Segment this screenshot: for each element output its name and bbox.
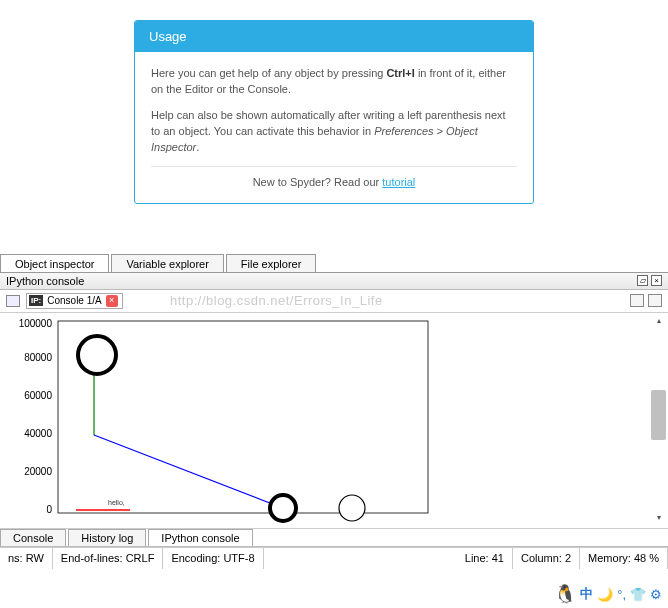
tutorial-link[interactable]: tutorial <box>382 176 415 188</box>
options-icon[interactable] <box>648 294 662 307</box>
usage-footer: New to Spyder? Read our tutorial <box>151 166 517 191</box>
scroll-down-icon[interactable]: ▾ <box>651 512 666 525</box>
vertical-scrollbar[interactable]: ▴ ▾ <box>651 315 666 525</box>
status-memory: Memory: 48 % <box>580 548 668 569</box>
svg-text:40000: 40000 <box>24 428 52 439</box>
node-a <box>78 336 116 374</box>
ipython-pane-title: IPython console ▱ × <box>0 273 668 290</box>
console-tab-label: Console 1/A <box>47 295 101 306</box>
usage-header: Usage <box>135 21 533 52</box>
punct-icon[interactable]: °, <box>617 587 626 602</box>
stop-icon[interactable] <box>630 294 644 307</box>
close-pane-icon[interactable]: × <box>651 275 662 286</box>
kernel-icon[interactable] <box>6 295 20 307</box>
ipython-badge: IP: <box>29 295 43 306</box>
tab-console[interactable]: Console <box>0 529 66 546</box>
svg-text:60000: 60000 <box>24 390 52 401</box>
node-b <box>270 495 296 521</box>
tab-ipython-console[interactable]: IPython console <box>148 529 252 546</box>
y-axis: 0 20000 40000 60000 80000 100000 <box>19 318 53 515</box>
svg-text:20000: 20000 <box>24 466 52 477</box>
tab-file-explorer[interactable]: File explorer <box>226 254 317 272</box>
pane-title-text: IPython console <box>6 275 84 287</box>
system-tray: 🐧 中 🌙 °, 👕 ⚙ <box>554 583 662 605</box>
status-permissions: ns: RW <box>0 548 53 569</box>
status-line: Line: 41 <box>457 548 513 569</box>
shirt-icon[interactable]: 👕 <box>630 587 646 602</box>
inspector-tabs: Object inspector Variable explorer File … <box>0 254 668 273</box>
scroll-up-icon[interactable]: ▴ <box>651 315 666 328</box>
gear-icon[interactable]: ⚙ <box>650 587 662 602</box>
annotation: hello, <box>108 499 125 506</box>
scroll-thumb[interactable] <box>651 390 666 440</box>
tab-history-log[interactable]: History log <box>68 529 146 546</box>
plot-area: 0 20000 40000 60000 80000 100000 hello, … <box>0 313 668 529</box>
undock-icon[interactable]: ▱ <box>637 275 648 286</box>
status-bar: ns: RW End-of-lines: CRLF Encoding: UTF-… <box>0 547 668 569</box>
status-column: Column: 2 <box>513 548 580 569</box>
close-tab-icon[interactable]: × <box>106 295 118 307</box>
mascot-icon[interactable]: 🐧 <box>554 583 576 605</box>
node-c <box>339 495 365 521</box>
console-tab[interactable]: IP: Console 1/A × <box>26 293 123 309</box>
svg-text:0: 0 <box>46 504 52 515</box>
usage-p1: Here you can get help of any object by p… <box>151 66 517 98</box>
console-bottom-tabs: Console History log IPython console <box>0 529 668 547</box>
watermark: http://blog.csdn.net/Errors_In_Life <box>170 293 383 308</box>
usage-p2: Help can also be shown automatically aft… <box>151 108 517 156</box>
tab-variable-explorer[interactable]: Variable explorer <box>111 254 223 272</box>
status-encoding: Encoding: UTF-8 <box>163 548 263 569</box>
moon-icon[interactable]: 🌙 <box>597 587 613 602</box>
plot-svg: 0 20000 40000 60000 80000 100000 hello, <box>0 313 640 529</box>
svg-text:80000: 80000 <box>24 352 52 363</box>
status-eol: End-of-lines: CRLF <box>53 548 164 569</box>
edge-blue <box>94 435 280 507</box>
tab-object-inspector[interactable]: Object inspector <box>0 254 109 272</box>
console-toolbar: IP: Console 1/A × http://blog.csdn.net/E… <box>0 290 668 313</box>
usage-body: Here you can get help of any object by p… <box>135 52 533 203</box>
usage-panel: Usage Here you can get help of any objec… <box>134 20 534 204</box>
ime-icon[interactable]: 中 <box>580 585 593 603</box>
svg-text:100000: 100000 <box>19 318 53 329</box>
